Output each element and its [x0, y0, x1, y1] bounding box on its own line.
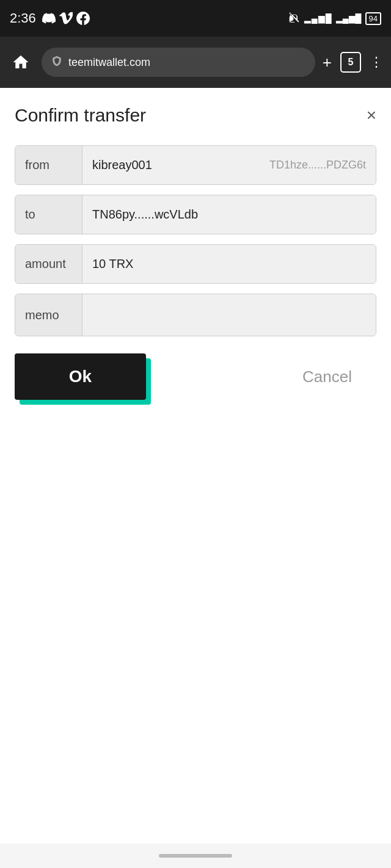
close-button[interactable]: × [367, 107, 376, 124]
new-tab-button[interactable]: + [323, 53, 332, 72]
from-username: kibreay001 [92, 158, 152, 172]
home-button[interactable] [7, 49, 34, 76]
status-right-icons: ▂▄▆█ ▂▄▆█ 94 [288, 12, 381, 25]
amount-row: amount 10 TRX [15, 244, 376, 284]
to-value: TN86py......wcVLdb [82, 195, 376, 234]
memo-label: memo [15, 294, 82, 336]
status-app-icons [42, 12, 90, 25]
memo-row: memo [15, 294, 376, 336]
to-row: to TN86py......wcVLdb [15, 195, 376, 234]
vimeo-icon [59, 12, 73, 25]
time-display: 2:36 [10, 10, 36, 26]
cancel-button[interactable]: Cancel [146, 367, 376, 386]
to-address: TN86py......wcVLdb [92, 208, 198, 222]
amount-value: 10 TRX [82, 245, 376, 283]
home-icon [12, 53, 30, 71]
signal-icon: ▂▄▆█ [304, 13, 332, 23]
ok-button-wrapper: Ok [15, 353, 146, 400]
security-icon [51, 56, 62, 69]
action-buttons: Ok Cancel [15, 353, 376, 400]
browser-action-buttons: + 5 ⋮ [323, 52, 384, 73]
to-label: to [15, 195, 82, 234]
status-bar: 2:36 ▂▄▆█ ▂▄▆█ 94 [0, 0, 391, 37]
battery-indicator: 94 [365, 12, 381, 25]
dialog-title: Confirm transfer [15, 105, 146, 126]
memo-value [82, 294, 376, 336]
dialog-header: Confirm transfer × [15, 105, 376, 126]
facebook-icon [76, 12, 90, 25]
from-value: kibreay001 TD1hze......PDZG6t [82, 146, 376, 184]
signal-icon-2: ▂▄▆█ [336, 13, 362, 23]
more-menu-button[interactable]: ⋮ [370, 54, 384, 70]
discord-icon [42, 12, 56, 25]
url-text: teemitwallet.com [68, 56, 150, 69]
home-indicator [159, 854, 232, 858]
mute-icon [288, 12, 301, 24]
status-time: 2:36 [10, 10, 90, 26]
tabs-button[interactable]: 5 [340, 52, 361, 73]
browser-toolbar: teemitwallet.com + 5 ⋮ [0, 37, 391, 88]
from-row: from kibreay001 TD1hze......PDZG6t [15, 145, 376, 185]
ok-button[interactable]: Ok [15, 353, 146, 400]
from-address: TD1hze......PDZG6t [269, 159, 366, 172]
amount-text: 10 TRX [92, 257, 133, 271]
main-content: Confirm transfer × from kibreay001 TD1hz… [0, 88, 391, 424]
amount-label: amount [15, 245, 82, 283]
bottom-navigation [0, 844, 391, 868]
url-bar[interactable]: teemitwallet.com [42, 48, 315, 77]
from-label: from [15, 146, 82, 184]
